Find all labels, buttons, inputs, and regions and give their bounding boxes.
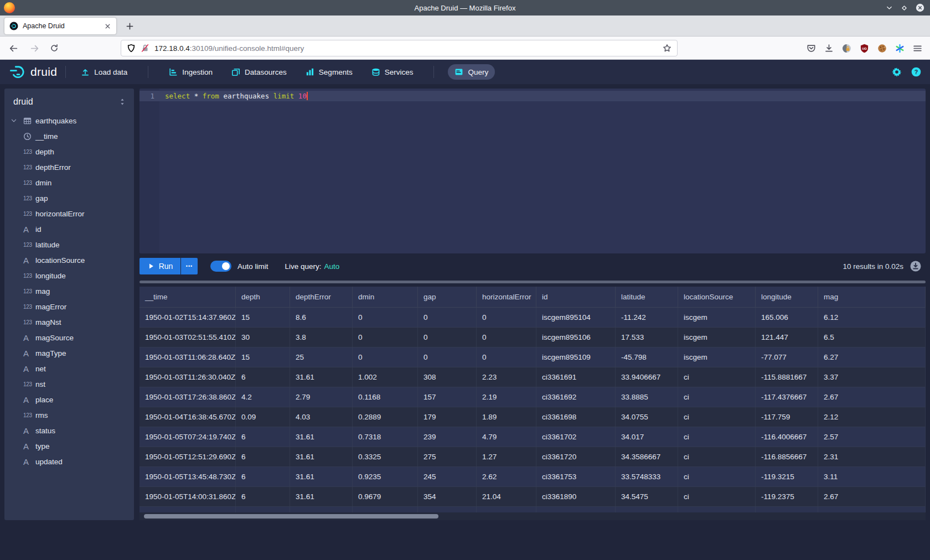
table-cell[interactable]: 34.5475 — [616, 487, 678, 506]
privacy-extension-icon[interactable] — [842, 44, 851, 53]
table-cell[interactable]: 6.5 — [818, 328, 926, 347]
table-cell[interactable]: 21.04 — [477, 487, 536, 506]
sidebar-column-longitude[interactable]: 123longitude — [4, 268, 134, 283]
table-cell[interactable]: iscgem895109 — [536, 348, 616, 367]
pocket-icon[interactable] — [807, 44, 816, 53]
sidebar-column-mag[interactable]: 123mag — [4, 283, 134, 299]
sidebar-column-nst[interactable]: 123nst — [4, 376, 134, 392]
column-header-mag[interactable]: mag — [818, 287, 926, 307]
table-cell[interactable]: 3.8 — [290, 328, 353, 347]
table-cell[interactable]: ci3361720 — [536, 447, 616, 466]
table-cell[interactable]: 2.31 — [818, 447, 926, 466]
table-cell[interactable]: ci — [678, 427, 756, 447]
table-cell[interactable]: 15 — [236, 348, 290, 367]
table-cell[interactable]: 0.9679 — [353, 487, 418, 506]
table-cell[interactable]: 165.006 — [756, 308, 818, 327]
table-cell[interactable]: -119.3215 — [756, 467, 818, 486]
sidebar-column-depthError[interactable]: 123depthError — [4, 159, 134, 175]
table-cell[interactable]: 33.9406667 — [616, 367, 678, 387]
download-icon[interactable] — [824, 44, 834, 53]
table-cell[interactable]: 0 — [477, 328, 536, 347]
run-button[interactable]: Run — [140, 258, 180, 274]
table-cell[interactable]: 1950-01-03T17:26:38.860Z — [140, 387, 236, 407]
nav-item-services[interactable]: Services — [365, 64, 420, 80]
table-cell[interactable]: 0 — [477, 308, 536, 327]
schema-sort-icon[interactable] — [118, 98, 126, 106]
nav-item-datasources[interactable]: Datasources — [225, 64, 293, 80]
sql-query-text[interactable]: select * from earthquakes limit 10 — [165, 91, 308, 101]
table-cell[interactable]: 0 — [418, 348, 477, 367]
table-cell[interactable]: 1.002 — [353, 367, 418, 387]
sidebar-column-magSource[interactable]: AmagSource — [4, 330, 134, 345]
table-cell[interactable]: 6 — [236, 467, 290, 486]
table-cell[interactable]: iscgem — [678, 348, 756, 367]
table-cell[interactable]: 17.533 — [616, 328, 678, 347]
sidebar-column-type[interactable]: Atype — [4, 438, 134, 454]
sidebar-column-locationSource[interactable]: AlocationSource — [4, 252, 134, 268]
table-cell[interactable]: 2.62 — [477, 467, 536, 486]
table-cell[interactable]: 1950-01-03T11:26:30.040Z — [140, 367, 236, 387]
tracking-protection-shield-icon[interactable] — [127, 44, 136, 53]
table-cell[interactable]: 2.19 — [477, 387, 536, 407]
table-cell[interactable]: ci — [678, 367, 756, 387]
table-cell[interactable]: 1.89 — [477, 407, 536, 427]
window-minimize-icon[interactable] — [886, 4, 893, 12]
table-cell[interactable]: 0 — [418, 328, 477, 347]
back-button[interactable] — [6, 40, 21, 56]
table-cell[interactable]: -116.4006667 — [756, 427, 818, 447]
settings-gear-icon[interactable] — [892, 67, 902, 77]
sidebar-column-updated[interactable]: Aupdated — [4, 454, 134, 469]
reload-button[interactable] — [46, 40, 62, 56]
bookmark-star-icon[interactable] — [663, 44, 671, 53]
table-cell[interactable]: 1950-01-05T12:51:29.690Z — [140, 447, 236, 466]
table-cell[interactable]: 6 — [236, 427, 290, 447]
table-cell[interactable]: -116.8856667 — [756, 447, 818, 466]
table-cell[interactable]: 0.1168 — [353, 387, 418, 407]
sidebar-column-place[interactable]: Aplace — [4, 392, 134, 407]
sidebar-column-horizontalError[interactable]: 123horizontalError — [4, 206, 134, 221]
table-cell[interactable]: 0.2889 — [353, 407, 418, 427]
table-cell[interactable]: 1950-01-04T16:38:45.670Z — [140, 407, 236, 427]
table-cell[interactable]: 31.61 — [290, 487, 353, 506]
sidebar-column-id[interactable]: Aid — [4, 221, 134, 237]
table-cell[interactable]: iscgem — [678, 308, 756, 327]
table-cell[interactable]: 1950-01-03T02:51:55.410Z — [140, 328, 236, 347]
run-more-options-button[interactable]: ••• — [181, 258, 198, 274]
table-cell[interactable]: ci — [678, 387, 756, 407]
multicolor-asterisk-extension-icon[interactable] — [895, 44, 905, 53]
table-cell[interactable]: 30 — [236, 328, 290, 347]
table-cell[interactable]: 6 — [236, 487, 290, 506]
table-cell[interactable]: 0.09 — [236, 407, 290, 427]
window-maximize-icon[interactable] — [901, 4, 908, 12]
druid-brand[interactable]: druid — [9, 64, 57, 80]
table-cell[interactable]: 31.61 — [290, 467, 353, 486]
auto-limit-toggle[interactable] — [210, 261, 231, 272]
table-cell[interactable]: 4.2 — [236, 387, 290, 407]
window-close-icon[interactable] — [916, 3, 924, 12]
table-cell[interactable]: 2.79 — [290, 387, 353, 407]
table-cell[interactable]: -117.4376667 — [756, 387, 818, 407]
table-cell[interactable]: 0 — [353, 348, 418, 367]
column-header-horizontalError[interactable]: horizontalError — [477, 287, 536, 307]
table-cell[interactable]: 34.017 — [616, 427, 678, 447]
table-cell[interactable]: ci — [678, 407, 756, 427]
table-cell[interactable]: 1.27 — [477, 447, 536, 466]
table-cell[interactable]: 308 — [418, 367, 477, 387]
sidebar-column-dmin[interactable]: 123dmin — [4, 175, 134, 190]
table-cell[interactable]: 245 — [418, 467, 477, 486]
table-cell[interactable]: 2.23 — [477, 367, 536, 387]
table-cell[interactable]: 31.61 — [290, 427, 353, 447]
table-cell[interactable]: ci3361702 — [536, 427, 616, 447]
table-cell[interactable]: ci — [678, 487, 756, 506]
live-query-value[interactable]: Auto — [324, 262, 340, 271]
table-cell[interactable]: 1950-01-05T14:00:31.860Z — [140, 487, 236, 506]
table-cell[interactable]: -115.8881667 — [756, 367, 818, 387]
table-cell[interactable]: 1950-01-05T07:24:19.740Z — [140, 427, 236, 447]
table-cell[interactable]: 179 — [418, 407, 477, 427]
table-cell[interactable]: iscgem895104 — [536, 308, 616, 327]
sql-editor[interactable]: 1 select * from earthquakes limit 10 — [140, 89, 926, 253]
chevron-down-icon[interactable] — [11, 117, 17, 124]
table-cell[interactable]: -119.2375 — [756, 487, 818, 506]
column-header-depth[interactable]: depth — [236, 287, 290, 307]
tab-close-icon[interactable] — [104, 23, 111, 30]
